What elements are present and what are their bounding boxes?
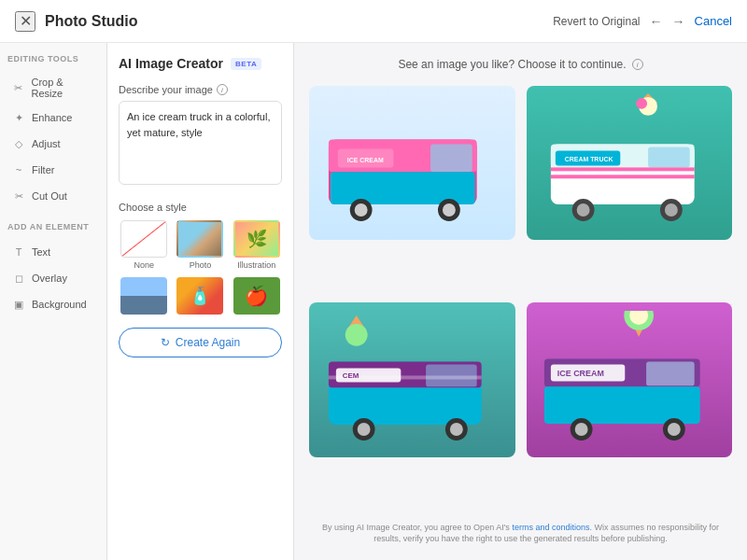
close-icon: ✕ bbox=[20, 12, 32, 30]
cutout-icon: ✂ bbox=[11, 189, 26, 203]
tool-adjust[interactable]: ◇ Adjust bbox=[7, 131, 99, 157]
style-illustration-thumb: 🌿 bbox=[233, 220, 280, 258]
ai-image-creator-panel: AI Image Creator BETA Describe your imag… bbox=[107, 43, 294, 560]
style-photo[interactable]: Photo bbox=[175, 220, 225, 270]
svg-point-33 bbox=[358, 423, 371, 436]
background-icon: ▣ bbox=[11, 297, 26, 312]
style-photo-thumb bbox=[176, 220, 223, 258]
create-again-label: Create Again bbox=[176, 336, 240, 349]
style-options-row1: None Photo 🌿 Illustration bbox=[119, 220, 282, 270]
cancel-button[interactable]: Cancel bbox=[695, 14, 732, 28]
modal-body: EDITING TOOLS ✂ Crop & Resize ✦ Enhance … bbox=[0, 43, 747, 560]
tool-background-label: Background bbox=[32, 299, 87, 310]
tool-filter[interactable]: ~ Filter bbox=[7, 157, 99, 183]
svg-rect-16 bbox=[550, 168, 694, 172]
filter-icon: ~ bbox=[11, 162, 26, 177]
editing-tools-panel: EDITING TOOLS ✂ Crop & Resize ✦ Enhance … bbox=[0, 43, 107, 560]
style-none-thumb bbox=[120, 220, 167, 258]
describe-info-icon: i bbox=[217, 84, 228, 95]
style-landscape[interactable] bbox=[119, 277, 169, 315]
main-area: ⊞ Aa ＋ ⚙ {} ? ✕ Photo Studio Revert to O… bbox=[0, 34, 747, 560]
ai-panel-title: AI Image Creator bbox=[119, 56, 223, 71]
editing-tools-label: EDITING TOOLS bbox=[7, 54, 99, 63]
truck-4-svg: ICE CREAM bbox=[537, 311, 722, 450]
svg-point-19 bbox=[576, 203, 589, 217]
tool-adjust-label: Adjust bbox=[32, 138, 61, 149]
results-panel: See an image you like? Choose it to cont… bbox=[294, 43, 747, 560]
ai-title-row: AI Image Creator BETA bbox=[119, 56, 282, 71]
modal-header: ✕ Photo Studio Revert to Original ← → Ca… bbox=[0, 0, 747, 43]
describe-textarea[interactable]: An ice cream truck in a colorful, yet ma… bbox=[119, 101, 282, 185]
describe-label: Describe your image i bbox=[119, 84, 282, 95]
result-image-4[interactable]: ICE CREAM bbox=[527, 302, 733, 456]
svg-point-21 bbox=[664, 203, 677, 217]
style-none-label: None bbox=[134, 260, 154, 270]
svg-rect-42 bbox=[543, 386, 699, 424]
crop-icon: ✂ bbox=[11, 80, 25, 95]
result-image-3[interactable]: CEM bbox=[309, 302, 515, 456]
revert-button[interactable]: Revert to Original bbox=[553, 15, 640, 28]
style-orange[interactable]: 🧴 bbox=[175, 277, 225, 315]
style-illustration[interactable]: 🌿 Illustration bbox=[232, 220, 282, 270]
results-info-icon: i bbox=[632, 59, 643, 70]
svg-point-48 bbox=[667, 423, 680, 436]
add-element-label: ADD AN ELEMENT bbox=[7, 222, 99, 231]
truck-1-svg: ICE CREAM bbox=[319, 93, 504, 232]
tool-enhance[interactable]: ✦ Enhance bbox=[7, 105, 99, 131]
tool-filter-label: Filter bbox=[32, 164, 54, 175]
svg-text:ICE CREAM: ICE CREAM bbox=[557, 369, 603, 378]
modal-header-actions: Revert to Original ← → Cancel bbox=[553, 14, 732, 29]
tool-enhance-label: Enhance bbox=[32, 112, 72, 123]
footer-text: By using AI Image Creator, you agree to … bbox=[309, 522, 732, 545]
style-photo-label: Photo bbox=[190, 260, 212, 270]
svg-point-5 bbox=[355, 203, 368, 217]
svg-point-46 bbox=[574, 423, 587, 436]
svg-rect-2 bbox=[430, 145, 472, 173]
photo-studio-modal: ✕ Photo Studio Revert to Original ← → Ca… bbox=[0, 0, 747, 560]
svg-point-35 bbox=[450, 423, 463, 436]
svg-text:CEM: CEM bbox=[343, 371, 359, 380]
svg-text:ICE CREAM: ICE CREAM bbox=[347, 158, 384, 164]
result-image-2[interactable]: CREAM TRUCK bbox=[527, 86, 733, 240]
svg-rect-17 bbox=[550, 175, 694, 179]
tool-crop-label: Crop & Resize bbox=[31, 77, 95, 99]
modal-title: Photo Studio bbox=[45, 13, 138, 30]
style-landscape-thumb bbox=[120, 277, 167, 315]
results-grid: ICE CREAM bbox=[309, 86, 732, 509]
svg-rect-3 bbox=[331, 173, 475, 205]
style-green-thumb bbox=[233, 277, 280, 315]
back-button[interactable]: ← bbox=[650, 14, 663, 29]
create-again-button[interactable]: ↻ Create Again bbox=[119, 328, 282, 357]
svg-rect-41 bbox=[646, 361, 695, 385]
svg-text:CREAM TRUCK: CREAM TRUCK bbox=[564, 157, 613, 163]
results-header: See an image you like? Choose it to cont… bbox=[309, 58, 732, 71]
style-none[interactable]: None bbox=[119, 220, 169, 270]
svg-point-12 bbox=[636, 98, 647, 109]
forward-button[interactable]: → bbox=[672, 14, 685, 29]
enhance-icon: ✦ bbox=[11, 110, 26, 125]
result-image-1[interactable]: ICE CREAM bbox=[309, 86, 515, 240]
style-orange-thumb: 🧴 bbox=[176, 277, 223, 315]
tool-overlay[interactable]: ◻ Overlay bbox=[7, 265, 99, 291]
style-green[interactable] bbox=[232, 277, 282, 315]
beta-badge: BETA bbox=[231, 58, 261, 70]
refresh-icon: ↻ bbox=[161, 336, 170, 349]
tool-background[interactable]: ▣ Background bbox=[7, 291, 99, 317]
style-options-row2: 🧴 bbox=[119, 277, 282, 315]
style-label: Choose a style bbox=[119, 202, 282, 213]
tool-cut-out[interactable]: ✂ Cut Out bbox=[7, 183, 99, 209]
adjust-icon: ◇ bbox=[11, 136, 26, 151]
text-icon: T bbox=[11, 245, 26, 259]
tool-cutout-label: Cut Out bbox=[32, 190, 67, 202]
footer-link[interactable]: terms and conditions bbox=[512, 523, 589, 532]
truck-2-svg: CREAM TRUCK bbox=[537, 93, 722, 232]
tool-text[interactable]: T Text bbox=[7, 239, 99, 265]
style-illustration-label: Illustration bbox=[237, 260, 275, 270]
truck-3-svg: CEM bbox=[319, 311, 504, 450]
tool-overlay-label: Overlay bbox=[32, 273, 67, 284]
tool-text-label: Text bbox=[32, 246, 50, 258]
modal-close-button[interactable]: ✕ bbox=[15, 11, 35, 32]
svg-point-7 bbox=[443, 203, 456, 217]
overlay-icon: ◻ bbox=[11, 271, 26, 286]
tool-crop-resize[interactable]: ✂ Crop & Resize bbox=[7, 71, 99, 105]
